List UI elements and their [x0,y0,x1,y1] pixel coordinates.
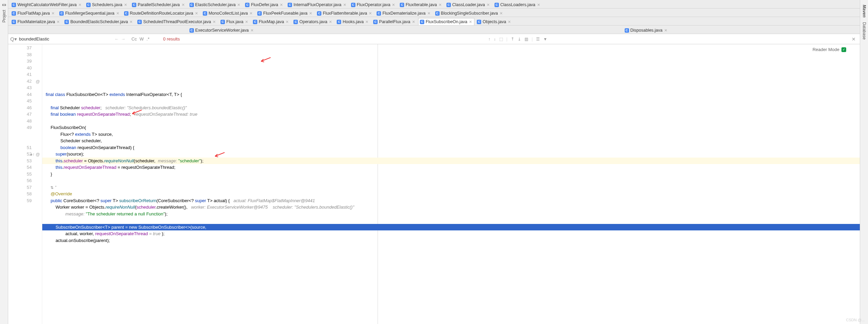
editor-tab[interactable]: Operators.java✕ [292,18,334,25]
editor-tab[interactable]: ParallelScheduler.java✕ [130,1,187,8]
close-tab-icon[interactable]: ✕ [245,20,248,24]
words-toggle[interactable]: W [140,36,144,42]
editor-tab[interactable]: ParallelFlux.java✕ [371,18,417,25]
code-line[interactable]: Worker worker = Objects.requireNonNull(s… [42,204,860,211]
editor-tab[interactable]: ScheduledThreadPoolExecutor.java✕ [136,18,218,25]
editor-tab[interactable]: ExecutorServiceWorker.java✕ [10,27,434,34]
editor-tab[interactable]: FluxDematerialize.java✕ [375,10,432,17]
editor-tab[interactable]: Schedulers.java✕ [85,1,130,8]
editor-tab[interactable]: FluxIterable.java✕ [398,1,444,8]
code-line[interactable] [42,244,860,250]
editor-tab[interactable]: FluxSubscribeOn.java✕ [418,18,474,25]
close-tab-icon[interactable]: ✕ [57,20,60,24]
close-tab-icon[interactable]: ✕ [250,28,254,33]
close-tab-icon[interactable]: ✕ [51,11,55,16]
close-tab-icon[interactable]: ✕ [537,3,540,7]
editor-tab[interactable]: BlockingSingleSubscriber.java✕ [433,10,505,17]
prev-match-icon[interactable]: ← [115,36,119,42]
close-tab-icon[interactable]: ✕ [124,3,127,7]
select-all-icon[interactable]: ⬚ [499,37,503,42]
editor-tab[interactable]: FluxMap.java✕ [251,18,291,25]
code-line[interactable]: final Scheduler scheduler; scheduler: "S… [42,104,860,111]
editor-tab[interactable]: ClassLoaders.java✕ [493,1,543,8]
close-tab-icon[interactable]: ✕ [439,3,442,7]
editor-tab[interactable]: Objects.java✕ [475,18,513,25]
reader-mode-toggle[interactable]: Reader Mode ✓ [812,46,846,53]
close-tab-icon[interactable]: ✕ [280,3,283,7]
code-line[interactable]: message: "The scheduler returned a null … [42,211,860,217]
rail-maven-label[interactable]: Maven [862,5,867,17]
close-tab-icon[interactable]: ✕ [249,11,253,16]
editor-tab[interactable]: FluxPeekFuseable.java✕ [256,10,315,17]
editor-tab[interactable]: Disposables.java✕ [435,27,858,34]
editor-tab[interactable]: ElasticScheduler.java✕ [188,1,243,8]
code-line[interactable]: final class FluxSubscribeOn<T> extends I… [42,91,860,98]
close-tab-icon[interactable]: ✕ [329,20,332,24]
editor-tab[interactable]: MonoCollectList.java✕ [201,10,255,17]
code-area[interactable]: Reader Mode ✓ final class FluxSubscribeO… [42,44,860,324]
editor-tab[interactable]: WeightCalculatorWebFilter.java✕ [10,1,84,8]
close-tab-icon[interactable]: ✕ [365,20,368,24]
code-line[interactable] [42,177,860,184]
editor-tab[interactable]: FluxMaterialize.java✕ [10,18,62,25]
right-tool-rail[interactable]: Maven Database [860,0,868,324]
regex-toggle[interactable]: .* [147,36,150,42]
tool-icon[interactable]: ⤒ [511,37,514,42]
close-tab-icon[interactable]: ✕ [487,3,490,7]
close-tab-icon[interactable]: ✕ [392,3,395,7]
filter-icon[interactable]: ▼ [543,37,547,42]
tool-icon[interactable]: ⤓ [518,37,521,42]
close-tab-icon[interactable]: ✕ [116,11,119,16]
settings-icon[interactable]: ☰ [536,37,540,42]
code-line[interactable]: Flux<? extends T> source, [42,131,860,138]
close-tab-icon[interactable]: ✕ [427,11,430,16]
editor-tab[interactable]: RouteDefinitionRouteLocator.java✕ [122,10,200,17]
editor-tab[interactable]: Flux.java✕ [219,18,250,25]
code-line[interactable]: @Override [42,191,860,197]
code-line[interactable]: this.requestOnSeparateThread = requestOn… [42,164,860,171]
code-line[interactable]: Scheduler scheduler, [42,137,860,144]
editor-tab[interactable]: InternalFluxOperator.java✕ [286,1,348,8]
close-tab-icon[interactable]: ✕ [343,3,346,7]
code-line[interactable]: super(source); [42,151,860,158]
editor-tab[interactable]: Hooks.java✕ [335,18,371,25]
editor-tab[interactable]: FluxOperator.java✕ [349,1,398,8]
code-line[interactable]: } [42,171,860,178]
match-case-toggle[interactable]: Cc [132,36,137,42]
editor-tab[interactable]: FluxDefer.java✕ [243,1,285,8]
editor-tab[interactable]: BoundedElasticScheduler.java✕ [63,18,135,25]
close-tab-icon[interactable]: ✕ [78,3,81,7]
close-tab-icon[interactable]: ✕ [664,28,667,33]
editor-tab[interactable]: FluxFlatMap.java✕ [10,10,57,17]
close-tab-icon[interactable]: ✕ [195,11,198,16]
close-tab-icon[interactable]: ✕ [500,11,503,16]
editor-tab[interactable]: FluxMergeSequential.java✕ [58,10,122,17]
close-tab-icon[interactable]: ✕ [286,20,289,24]
close-tab-icon[interactable]: ✕ [369,11,372,16]
find-input[interactable] [19,36,108,42]
left-tool-rail[interactable]: ▭ Project [0,0,8,324]
code-line[interactable]: public CoreSubscriber<? super T> subscri… [42,197,860,204]
close-tab-icon[interactable]: ✕ [309,11,312,16]
close-tab-icon[interactable]: ✕ [237,3,240,7]
code-line[interactable] [42,217,860,224]
code-line[interactable]: final boolean requestOnSeparateThread; r… [42,111,860,118]
tool-icon[interactable]: ▥ [524,37,528,42]
close-tab-icon[interactable]: ✕ [412,20,415,24]
close-tab-icon[interactable]: ✕ [182,3,185,7]
code-line[interactable]: actual, worker, requestOnSeparateThread … [42,230,860,237]
close-tab-icon[interactable]: ✕ [213,20,216,24]
code-line[interactable]: actual.onSubscribe(parent); [42,237,860,244]
rail-database-label[interactable]: Database [862,22,867,39]
down-arrow-icon[interactable]: ↓ [494,37,496,42]
code-line[interactable]: boolean requestOnSeparateThread) { [42,144,860,151]
code-line[interactable]: ⇅ ˅ [42,184,860,191]
close-find-icon[interactable]: ✕ [850,36,858,42]
editor-tab[interactable]: FluxFlattenIterable.java✕ [315,10,374,17]
code-line[interactable]: SubscribeOnSubscriber<T> parent = new Su… [42,224,860,231]
code-line[interactable] [42,98,860,104]
next-match-icon[interactable]: → [121,36,125,42]
code-line[interactable]: FluxSubscribeOn( [42,124,860,131]
up-arrow-icon[interactable]: ↑ [488,37,490,42]
editor-tab[interactable]: ClassLoader.java✕ [445,1,492,8]
